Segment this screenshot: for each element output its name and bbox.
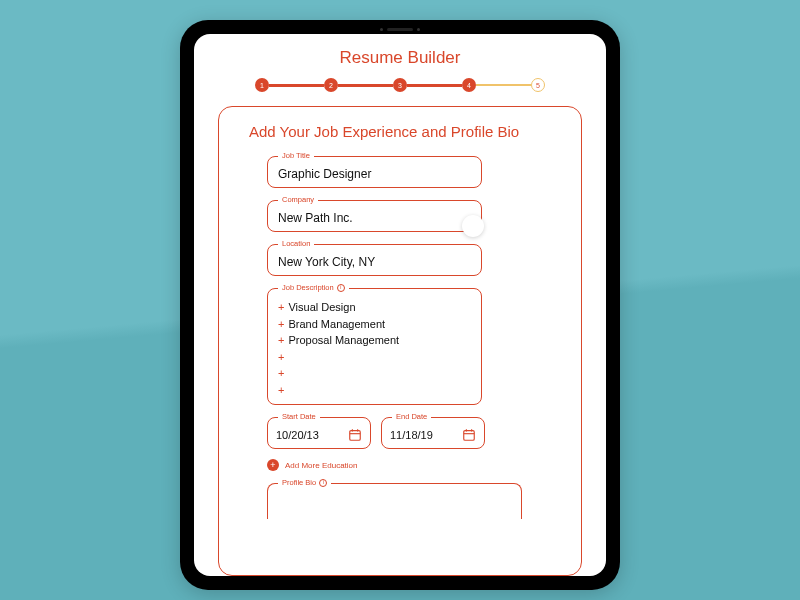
device-notch — [370, 26, 430, 32]
calendar-icon[interactable] — [348, 428, 362, 442]
end-date-label: End Date — [392, 412, 431, 421]
location-field[interactable]: Location New York City, NY — [267, 244, 482, 276]
tablet-frame: Resume Builder 1 2 3 4 5 Add Your Job Ex… — [180, 20, 620, 590]
toggle-handle[interactable] — [462, 215, 484, 237]
end-date-field[interactable]: End Date 11/18/19 — [381, 417, 485, 449]
calendar-icon[interactable] — [462, 428, 476, 442]
job-description-label-text: Job Description — [282, 283, 334, 292]
company-label: Company — [278, 195, 318, 204]
step-connector — [338, 84, 393, 87]
company-field[interactable]: Company New Path Inc. — [267, 200, 482, 232]
desc-text: Visual Design — [288, 299, 355, 316]
desc-item[interactable]: +Visual Design — [278, 299, 471, 316]
plus-icon: + — [278, 299, 284, 316]
desc-text: Brand Management — [288, 316, 385, 333]
step-connector — [476, 84, 531, 86]
job-description-label: Job Description i — [278, 283, 349, 292]
end-date-value[interactable]: 11/18/19 — [390, 429, 433, 441]
desc-item[interactable]: +Brand Management — [278, 316, 471, 333]
desc-item-empty[interactable]: + — [278, 382, 471, 399]
step-3[interactable]: 3 — [393, 78, 407, 92]
add-more-label: Add More Education — [285, 461, 358, 470]
svg-rect-4 — [464, 431, 475, 441]
step-connector — [407, 84, 462, 87]
job-title-field[interactable]: Job Title Graphic Designer — [267, 156, 482, 188]
step-connector — [269, 84, 324, 87]
location-value[interactable]: New York City, NY — [278, 255, 471, 269]
plus-circle-icon: + — [267, 459, 279, 471]
start-date-field[interactable]: Start Date 10/20/13 — [267, 417, 371, 449]
page-title: Resume Builder — [216, 48, 584, 68]
job-title-value[interactable]: Graphic Designer — [278, 167, 471, 181]
start-date-value[interactable]: 10/20/13 — [276, 429, 319, 441]
section-heading: Add Your Job Experience and Profile Bio — [249, 123, 551, 140]
plus-icon: + — [278, 349, 284, 366]
plus-icon: + — [278, 332, 284, 349]
start-date-label: Start Date — [278, 412, 320, 421]
plus-icon: + — [278, 382, 284, 399]
desc-item-empty[interactable]: + — [278, 365, 471, 382]
add-more-education-button[interactable]: + Add More Education — [267, 459, 551, 471]
screen: Resume Builder 1 2 3 4 5 Add Your Job Ex… — [194, 34, 606, 576]
desc-item[interactable]: +Proposal Management — [278, 332, 471, 349]
step-2[interactable]: 2 — [324, 78, 338, 92]
step-1[interactable]: 1 — [255, 78, 269, 92]
profile-bio-label-text: Profile Bio — [282, 478, 316, 487]
progress-stepper: 1 2 3 4 5 — [255, 78, 545, 92]
location-label: Location — [278, 239, 314, 248]
company-value[interactable]: New Path Inc. — [278, 211, 471, 225]
desc-item-empty[interactable]: + — [278, 349, 471, 366]
plus-icon: + — [278, 316, 284, 333]
step-4[interactable]: 4 — [462, 78, 476, 92]
profile-bio-field[interactable]: Profile Bio i — [267, 483, 522, 519]
info-icon[interactable]: i — [319, 479, 327, 487]
svg-rect-0 — [350, 431, 361, 441]
info-icon[interactable]: i — [337, 284, 345, 292]
job-title-label: Job Title — [278, 151, 314, 160]
job-description-field[interactable]: Job Description i +Visual Design +Brand … — [267, 288, 482, 405]
desc-text: Proposal Management — [288, 332, 399, 349]
form-card: Add Your Job Experience and Profile Bio … — [218, 106, 582, 576]
step-5[interactable]: 5 — [531, 78, 545, 92]
plus-icon: + — [278, 365, 284, 382]
profile-bio-label: Profile Bio i — [278, 478, 331, 487]
